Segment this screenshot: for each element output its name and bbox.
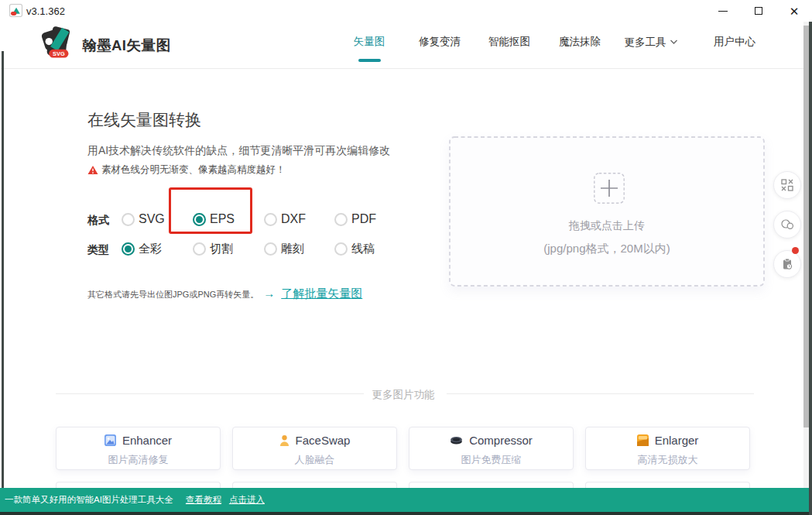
footer-bar: 一款简单又好用的智能AI图片处理工具大全 查看教程 点击进入 <box>0 488 812 512</box>
footer-tutorial-link[interactable]: 查看教程 <box>186 494 221 506</box>
notification-badge <box>792 247 799 254</box>
radio-dxf[interactable] <box>264 213 277 226</box>
radio-lineart[interactable] <box>334 242 348 256</box>
format-label: 格式 <box>87 214 109 228</box>
contact-button[interactable] <box>773 211 801 239</box>
minimize-button[interactable] <box>705 0 741 22</box>
arrow-right-icon: → <box>263 287 275 300</box>
radio-option-cut[interactable]: 切割 <box>193 242 233 256</box>
app-icon <box>9 4 22 17</box>
radio-pdf[interactable] <box>334 213 348 226</box>
eps-highlight-box <box>169 187 252 234</box>
note-text: 其它格式请先导出位图JPG或PNG再转矢量。 <box>87 289 259 300</box>
title-bar: v3.1.362 ✕ <box>0 0 812 22</box>
radio-cut[interactable] <box>193 242 206 256</box>
card-enlarger[interactable]: Enlarger 高清无损放大 <box>585 427 750 470</box>
type-label: 类型 <box>87 243 109 257</box>
qr-scan-button[interactable] <box>773 171 801 199</box>
radio-option-svg[interactable]: SVG <box>122 212 165 226</box>
card-compressor[interactable]: Compressor 图片免费压缩 <box>409 427 574 470</box>
active-tab-underline <box>358 59 381 62</box>
page-title: 在线矢量图转换 <box>87 109 201 131</box>
faceswap-icon <box>279 434 290 446</box>
radio-option-pdf[interactable]: PDF <box>334 212 376 226</box>
window-right-edge <box>809 22 812 515</box>
upload-format-hint: (jpg/png格式，20M以内) <box>449 242 765 256</box>
app-logo-icon: SVG <box>39 26 75 62</box>
warning-icon <box>87 165 98 175</box>
maximize-icon <box>755 7 762 15</box>
chevron-down-icon <box>670 35 678 46</box>
svg-text:SVG: SVG <box>53 50 65 57</box>
enlarger-icon <box>637 434 649 446</box>
radio-engrave[interactable] <box>264 242 277 256</box>
app-window: v3.1.362 ✕ SVG 翰墨AI矢量图 矢量图 修复变清 智能抠图 魔法抹… <box>0 0 812 515</box>
radio-eps[interactable] <box>193 213 206 226</box>
chat-bubbles-icon <box>780 219 794 230</box>
upload-dropzone[interactable]: 拖拽或点击上传 (jpg/png格式，20M以内) <box>449 136 765 287</box>
clipboard-history-icon <box>781 258 793 270</box>
radio-svg[interactable] <box>122 213 135 226</box>
card-enhancer[interactable]: Enhancer 图片高清修复 <box>56 427 221 470</box>
qr-scan-icon <box>781 179 793 191</box>
nav-tab-repair[interactable]: 修复变清 <box>419 35 461 49</box>
close-button[interactable]: ✕ <box>776 0 812 22</box>
nav-tab-more-tools[interactable]: 更多工具 <box>625 35 678 50</box>
page-subtitle: 用AI技术解决传统软件的缺点，细节更清晰平滑可再次编辑修改 <box>87 144 390 158</box>
radio-option-dxf[interactable]: DXF <box>264 212 306 226</box>
nav-tab-erase[interactable]: 魔法抹除 <box>559 35 601 49</box>
divider-line-left <box>56 393 364 394</box>
more-features-label: 更多图片功能 <box>372 388 435 402</box>
card-faceswap[interactable]: FaceSwap 人脸融合 <box>232 427 397 470</box>
brand-name: 翰墨AI矢量图 <box>82 36 171 55</box>
nav-tab-user-center[interactable]: 用户中心 <box>714 35 755 49</box>
batch-vector-link[interactable]: 了解批量矢量图 <box>281 287 362 301</box>
note-row: 其它格式请先导出位图JPG或PNG再转矢量。 → 了解批量矢量图 <box>87 287 362 301</box>
footer-text: 一款简单又好用的智能AI图片处理工具大全 <box>5 494 173 506</box>
upload-hint: 拖拽或点击上传 <box>449 219 765 233</box>
minimize-icon <box>718 11 728 12</box>
warning-text: 素材色线分明无渐变、像素越高精度越好！ <box>101 163 286 177</box>
warning-row: 素材色线分明无渐变、像素越高精度越好！ <box>87 163 286 177</box>
radio-option-eps[interactable]: EPS <box>193 212 235 226</box>
close-icon: ✕ <box>790 5 800 17</box>
divider-line-right <box>447 393 754 394</box>
radio-option-fullcolor[interactable]: 全彩 <box>122 242 162 256</box>
history-button[interactable] <box>773 250 801 278</box>
maximize-button[interactable] <box>741 0 776 22</box>
compressor-icon <box>450 436 463 445</box>
window-left-edge <box>2 51 4 488</box>
nav-tab-matting[interactable]: 智能抠图 <box>488 35 530 49</box>
enhancer-icon <box>104 434 116 446</box>
dashed-border <box>449 136 765 287</box>
scrollbar-thumb[interactable] <box>803 26 809 427</box>
footer-enter-link[interactable]: 点击进入 <box>229 494 265 506</box>
version-label: v3.1.362 <box>26 5 65 17</box>
radio-option-lineart[interactable]: 线稿 <box>334 242 375 256</box>
app-header: SVG 翰墨AI矢量图 矢量图 修复变清 智能抠图 魔法抹除 更多工具 用户中心 <box>0 22 812 69</box>
plus-icon[interactable] <box>594 173 625 204</box>
radio-fullcolor[interactable] <box>122 242 135 256</box>
nav-tab-vector[interactable]: 矢量图 <box>354 35 385 49</box>
window-bottom-edge <box>0 512 812 515</box>
radio-option-engrave[interactable]: 雕刻 <box>264 242 304 256</box>
